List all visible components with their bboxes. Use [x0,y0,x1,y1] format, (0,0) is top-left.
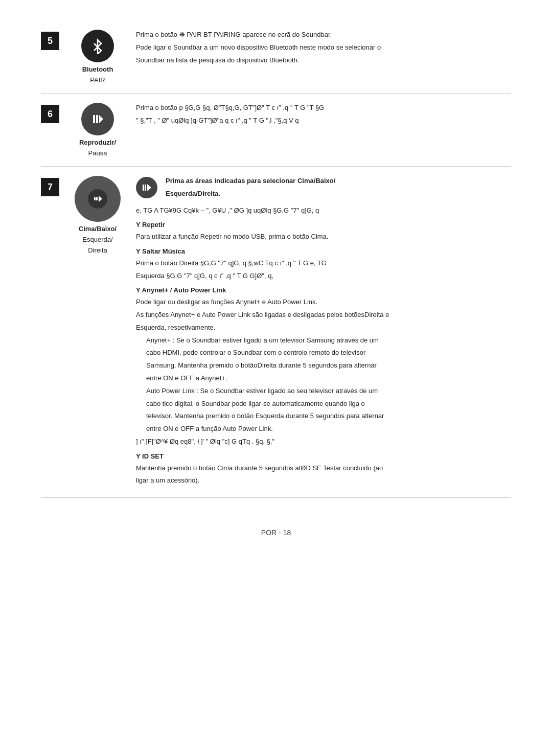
subsection-repetir: Y Repetir Para utilizar a função Repetir… [136,220,511,242]
svg-marker-8 [147,184,151,191]
section-7-bold-1: Prima as áreas indicadas para selecionar… [166,176,335,187]
section-number-5: 5 [41,32,59,50]
section-7-label: Cima/Baixo/ [79,225,117,233]
anynet-line-2: As funções Anynet+ e Auto Power Link são… [136,310,511,320]
section-5-label: Bluetooth [82,65,113,73]
section-number-7: 7 [41,178,59,196]
anynet-line-8: Auto Power Link : Se o Soundbar estiver … [146,386,511,397]
page-content: 5 Bluetooth PAIR Prima o botão ❋ PAIR BT… [41,20,511,537]
idset-line-1: Mantenha premido o botão Cima durante 5 … [136,463,511,474]
section-7-icon-area: Cima/Baixo/ Esquerda/ Direita [70,176,126,254]
svg-rect-7 [145,185,146,191]
section-7-intro: e, TG A TG¥9G Cq¥k – ", G¥U ," ØG ]q uqØ… [136,205,511,216]
subsection-saltar-line-2: Esquerda §G,G "7" q]G, q c ı" ,q " T G G… [136,271,511,282]
subsection-y-prefix: Y [136,221,142,228]
play-pause-icon [81,103,114,135]
section-number-6: 6 [41,105,59,123]
section-6: 6 Reproduzir/ Pausa Prima o botão p §G,G… [41,94,511,167]
anynet-line-4: Anynet+ : Se o Soundbar estiver ligado a… [146,335,511,346]
section-6-sub-label: Pausa [88,149,107,157]
directional-center-icon [88,189,107,209]
section-6-label: Reproduzir/ [79,139,116,146]
svg-rect-3 [94,197,96,200]
subsection-idset-title: Y ID SET [136,451,511,462]
section-7: 7 Cima/Baixo/ Esquerda/ Direita [41,167,511,498]
section-5-content: Prima o botão ❋ PAIR BT PAIRING aparece … [136,30,511,67]
section-7-desc-top: Prima as áreas indicadas para selecionar… [136,176,511,201]
subsection-saltar-title: Y Saltar Música [136,246,511,257]
footer-text: POR - 18 [261,529,291,537]
section-7-heading: Prima as áreas indicadas para selecionar… [166,176,335,201]
section-6-content: Prima o botão p §G,G §q, Ø"T§q,G, GT"]Ø"… [136,103,511,128]
section-7-sub-label: Esquerda/ [82,236,112,243]
section-5-icon-area: Bluetooth PAIR [70,30,126,84]
section-7-bold-2: Esquerda/Direita. [166,189,335,199]
page-footer: POR - 18 [41,529,511,537]
bluetooth-icon [81,30,114,62]
anynet-line-3: Esquerda, respetivamente. [136,323,511,333]
section-6-icon-area: Reproduzir/ Pausa [70,103,126,157]
anynet-line-1: Pode ligar ou desligar as funções Anynet… [136,297,511,308]
subsection-y-prefix-2: Y [136,247,142,255]
subsection-saltar-line-1: Prima o botão Direita §G,G "7" q]G, q §,… [136,258,511,269]
svg-rect-6 [143,185,144,191]
svg-marker-5 [99,196,102,202]
anynet-line-9: cabo tico digital, o Soundbar pode ligar… [146,399,511,409]
subsection-y-prefix-4: Y [136,452,142,460]
anynet-line-6: Samsung. Mantenha premido o botãoDireita… [146,360,511,371]
subsection-idset: Y ID SET Mantenha premido o botão Cima d… [136,451,511,486]
svg-rect-4 [96,197,98,200]
section-6-line-1: Prima o botão p §G,G §q, Ø"T§q,G, GT"]Ø"… [136,103,511,113]
subsection-saltar: Y Saltar Música Prima o botão Direita §G… [136,246,511,281]
small-play-icon [136,177,157,198]
section-5-line-1: Prima o botão ❋ PAIR BT PAIRING aparece … [136,30,511,40]
subsection-repetir-title: Y Repetir [136,220,511,231]
svg-rect-0 [93,115,95,123]
anynet-line-7: entre ON e OFF a Anynet+. [146,373,511,384]
section-7-content: Prima as áreas indicadas para selecionar… [136,176,511,488]
subsection-repetir-line-1: Para utilizar a função Repetir no modo U… [136,232,511,242]
section-5: 5 Bluetooth PAIR Prima o botão ❋ PAIR BT… [41,20,511,94]
section-5-sub-label: PAIR [90,76,105,84]
svg-rect-1 [96,115,98,123]
section-6-line-2: " §,"T , " Ø" uqØlq ]q-GT"]Ø"a q c ı" ,q… [136,116,511,126]
section-5-line-2: Pode ligar o Soundbar a um novo disposit… [136,42,511,53]
anynet-line-5: cabo HDMI, pode controlar o Soundbar com… [146,348,511,358]
subsection-y-prefix-3: Y [136,286,142,294]
section-7-sub-label2: Direita [88,246,107,254]
idset-line-2: ligar a um acessório). [136,475,511,486]
svg-marker-2 [99,115,103,123]
anynet-line-11: entre ON e OFF a função Auto Power Link. [146,424,511,434]
section-5-line-3: Soundbar na lista de pesquisa do disposi… [136,55,511,66]
subsection-anynet-title: Y Anynet+ / Auto Power Link [136,285,511,296]
directional-button-icon [75,176,121,222]
anynet-line-10: televisor. Mantenha premido o botão Esqu… [146,411,511,422]
subsection-anynet: Y Anynet+ / Auto Power Link Pode ligar o… [136,285,511,447]
anynet-line-12: ] ı" ]F]"Ø^¥ Øq eq8", ł ]' " Ølq "c] G q… [136,437,511,447]
